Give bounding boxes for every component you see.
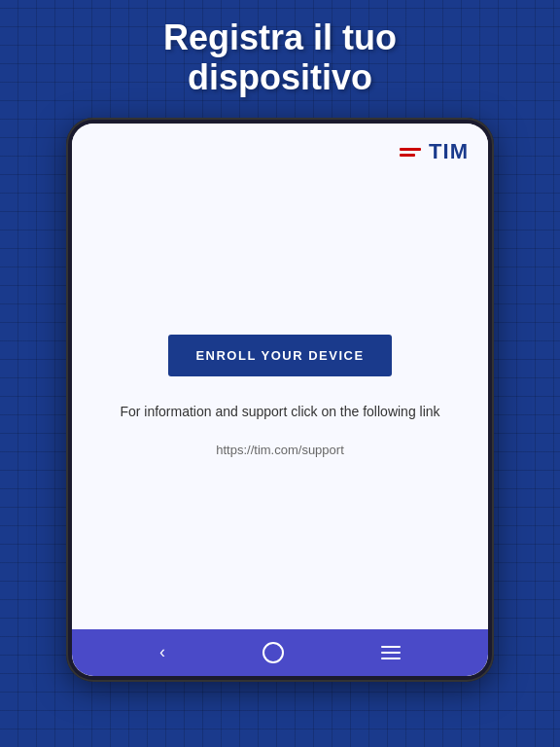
navigation-bar: ‹ <box>72 629 488 676</box>
nav-home-button[interactable] <box>262 642 284 663</box>
device-frame: TIM ENROLL YOUR DEVICE For information a… <box>66 118 494 682</box>
tim-logo: TIM <box>400 139 469 164</box>
support-info-text: For information and support click on the… <box>120 404 439 419</box>
enroll-device-button[interactable]: ENROLL YOUR DEVICE <box>168 335 391 376</box>
tim-logo-text: TIM <box>429 139 469 164</box>
page-title: Registra il tuo dispositivo <box>134 18 426 98</box>
tim-logo-line-bottom <box>400 154 415 157</box>
menu-lines-icon <box>381 646 401 659</box>
menu-line-1 <box>381 646 401 648</box>
device-screen: TIM ENROLL YOUR DEVICE For information a… <box>72 124 488 676</box>
nav-menu-button[interactable] <box>381 646 401 659</box>
screen-center-area: ENROLL YOUR DEVICE For information and s… <box>88 139 472 614</box>
nav-back-button[interactable]: ‹ <box>159 642 165 662</box>
back-icon: ‹ <box>159 642 165 662</box>
tim-logo-lines-icon <box>400 148 421 157</box>
tim-logo-line-top <box>400 148 421 151</box>
support-link[interactable]: https://tim.com/support <box>216 443 344 457</box>
home-circle-icon <box>262 642 284 663</box>
menu-line-2 <box>381 652 401 654</box>
menu-line-3 <box>381 658 401 659</box>
screen-content: TIM ENROLL YOUR DEVICE For information a… <box>72 124 488 629</box>
